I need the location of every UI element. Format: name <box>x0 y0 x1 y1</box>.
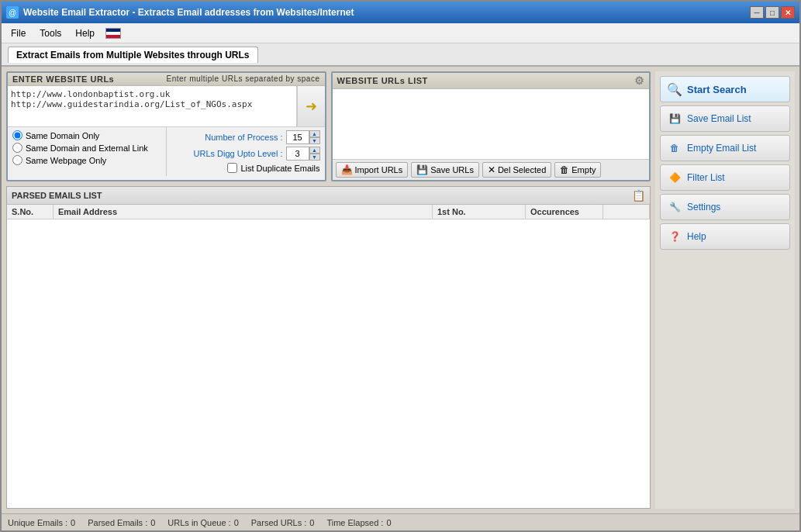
title-bar-left: @ Website Email Extractor - Extracts Ema… <box>6 6 354 19</box>
website-list-content <box>333 89 650 159</box>
status-parsed-emails: Parsed Emails : 0 <box>88 518 155 527</box>
menu-file[interactable]: File <box>5 26 32 40</box>
tab-bar: Extract Emails from Multiple Websites th… <box>2 43 799 67</box>
status-unique-emails: Unique Emails : 0 <box>8 518 75 527</box>
time-elapsed-value: 0 <box>386 518 391 527</box>
num-process-input[interactable]: 15 <box>286 130 309 144</box>
menu-help[interactable]: Help <box>69 26 101 40</box>
parsed-urls-label: Parsed URLs : <box>251 518 307 527</box>
parsed-emails-value: 0 <box>150 518 155 527</box>
col-header-sno: S.No. <box>7 205 54 219</box>
radio-same-domain-label: Same Domain Only <box>26 131 99 140</box>
settings-icon: 🔧 <box>667 199 682 215</box>
options-right: Number of Process : 15 ▲ ▼ <box>167 127 325 176</box>
main-window: @ Website Email Extractor - Extracts Ema… <box>0 0 801 532</box>
search-icon: 🔍 <box>667 81 682 97</box>
import-icon: 📥 <box>341 164 353 175</box>
digg-level-label: URLs Digg Upto Level : <box>194 149 283 158</box>
del-icon: ✕ <box>488 164 495 175</box>
num-process-spinbox: 15 ▲ ▼ <box>286 130 320 144</box>
num-process-row: Number of Process : 15 ▲ ▼ <box>171 130 320 144</box>
website-list-section: WEBSITE URLs LIST ⚙ 📥 Import URLs 💾 Save… <box>331 71 651 181</box>
save-email-list-button[interactable]: 💾 Save Email List <box>660 105 790 132</box>
radio-same-domain[interactable]: Same Domain Only <box>12 130 161 140</box>
empty-email-icon: 🗑 <box>667 140 682 156</box>
maximize-button[interactable]: □ <box>765 6 779 19</box>
start-search-button[interactable]: 🔍 Start Search <box>660 76 790 102</box>
radio-webpage-label: Same Webpage Only <box>26 156 106 165</box>
empty-email-list-button[interactable]: 🗑 Empty Email List <box>660 135 790 161</box>
digg-level-down[interactable]: ▼ <box>309 154 320 161</box>
email-list-title: PARSED EMAILS LIST <box>12 191 102 200</box>
col-header-1stno: 1st No. <box>433 205 526 219</box>
list-duplicate-checkbox[interactable] <box>227 163 237 173</box>
save-icon: 💾 <box>416 164 428 175</box>
website-list-title: WEBSITE URLs LIST ⚙ <box>333 73 650 89</box>
help-button[interactable]: ❓ Help <box>660 223 790 250</box>
minimize-button[interactable]: ─ <box>750 6 764 19</box>
empty-urls-label: Empty <box>571 165 596 174</box>
list-duplicate-row: List Duplicate Emails <box>171 163 320 173</box>
urls-in-queue-value: 0 <box>234 518 239 527</box>
options-row: Same Domain Only Same Domain and Externa… <box>8 126 325 176</box>
radio-external-label: Same Domain and External Link <box>26 143 148 153</box>
email-table-body <box>7 219 650 508</box>
status-parsed-urls: Parsed URLs : 0 <box>251 518 315 527</box>
urls-in-queue-label: URLs in Queue : <box>167 518 230 527</box>
empty-urls-button[interactable]: 🗑 Empty <box>554 162 601 178</box>
url-input-area: http://www.londonbaptist.org.uk http://w… <box>8 86 325 126</box>
close-button[interactable]: ✕ <box>781 6 795 19</box>
settings-button[interactable]: 🔧 Settings <box>660 194 790 220</box>
top-url-area: ENTER WEBSITE URLs Enter multiple URLs s… <box>6 71 651 181</box>
enter-url-section: ENTER WEBSITE URLs Enter multiple URLs s… <box>6 71 326 181</box>
radio-same-webpage[interactable]: Same Webpage Only <box>12 155 161 165</box>
status-bar: Unique Emails : 0 Parsed Emails : 0 URLs… <box>2 513 799 530</box>
digg-level-row: URLs Digg Upto Level : 3 ▲ ▼ <box>171 147 320 161</box>
col-header-extra <box>603 205 650 219</box>
num-process-spin-btns: ▲ ▼ <box>309 130 320 144</box>
title-bar: @ Website Email Extractor - Extracts Ema… <box>2 2 799 23</box>
status-time-elapsed: Time Elapsed : 0 <box>326 518 391 527</box>
help-label: Help <box>687 231 706 242</box>
status-urls-in-queue: URLs in Queue : 0 <box>167 518 238 527</box>
unique-emails-label: Unique Emails : <box>8 518 67 527</box>
go-button[interactable]: ➜ <box>297 86 325 126</box>
digg-level-spin-btns: ▲ ▼ <box>309 147 320 161</box>
left-panel: ENTER WEBSITE URLs Enter multiple URLs s… <box>6 71 651 509</box>
filter-icon: 🔶 <box>667 170 682 185</box>
help-icon: ❓ <box>667 229 682 244</box>
list-duplicate-label: List Duplicate Emails <box>240 164 319 173</box>
unique-emails-value: 0 <box>71 518 75 527</box>
save-email-label: Save Email List <box>687 113 751 124</box>
menu-tools[interactable]: Tools <box>33 26 67 40</box>
time-elapsed-label: Time Elapsed : <box>326 518 383 527</box>
enter-url-title: ENTER WEBSITE URLs Enter multiple URLs s… <box>8 73 325 86</box>
empty-icon: 🗑 <box>560 164 569 175</box>
col-header-email: Email Address <box>54 205 433 219</box>
window-title: Website Email Extractor - Extracts Email… <box>23 7 354 18</box>
num-process-up[interactable]: ▲ <box>309 130 320 137</box>
import-urls-button[interactable]: 📥 Import URLs <box>336 162 409 178</box>
digg-level-input[interactable]: 3 <box>286 147 309 161</box>
save-urls-label: Save URLs <box>430 165 474 174</box>
email-list-header: PARSED EMAILS LIST 📋 <box>7 187 650 205</box>
col-header-occ: Occurences <box>526 205 603 219</box>
import-urls-label: Import URLs <box>355 165 403 174</box>
website-list-label: WEBSITE URLs LIST <box>337 76 428 85</box>
empty-email-label: Empty Email List <box>687 143 756 154</box>
radio-same-domain-external[interactable]: Same Domain and External Link <box>12 143 161 153</box>
app-icon: @ <box>6 6 19 19</box>
url-list-toolbar: 📥 Import URLs 💾 Save URLs ✕ Del Selected <box>333 159 650 180</box>
tab-extract-emails[interactable]: Extract Emails from Multiple Websites th… <box>8 47 258 63</box>
window-controls: ─ □ ✕ <box>750 6 795 19</box>
options-left: Same Domain Only Same Domain and Externa… <box>8 127 167 176</box>
num-process-down[interactable]: ▼ <box>309 137 320 144</box>
enter-url-label: ENTER WEBSITE URLs <box>12 74 114 84</box>
digg-level-up[interactable]: ▲ <box>309 147 320 154</box>
del-selected-button[interactable]: ✕ Del Selected <box>482 162 551 178</box>
save-email-icon: 💾 <box>667 111 682 126</box>
save-urls-button[interactable]: 💾 Save URLs <box>411 162 479 178</box>
num-process-label: Number of Process : <box>205 133 282 142</box>
filter-list-button[interactable]: 🔶 Filter List <box>660 164 790 191</box>
url-textarea[interactable]: http://www.londonbaptist.org.uk http://w… <box>8 86 297 126</box>
